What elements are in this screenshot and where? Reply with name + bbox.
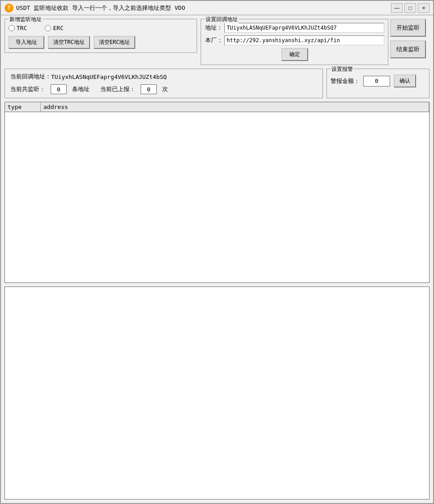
- current-callback-label: 当前回调地址：: [10, 73, 51, 81]
- monitor-buttons: 开始监听 结束监听: [390, 19, 426, 58]
- minimize-button[interactable]: —: [391, 3, 403, 13]
- current-callback-value: TUiyxhLASNqUEFaprg4V6VLKhJUZt4bSQ: [51, 74, 167, 80]
- trc-label: TRC: [17, 25, 27, 31]
- clear-trc-button[interactable]: 清空TRC地址: [48, 36, 90, 49]
- address-table: type address: [4, 102, 430, 283]
- log-area: [4, 287, 430, 500]
- address-button-row: 导入地址 清空TRC地址 清空ERC地址: [9, 36, 193, 49]
- callback-confirm-row: 确定: [205, 48, 384, 61]
- maximize-button[interactable]: □: [404, 3, 416, 13]
- alert-group: 设置报警 警报金额： 确认: [327, 69, 430, 98]
- callback-address-row: 地址：: [205, 23, 384, 33]
- status-group: 当前回调地址： TUiyxhLASNqUEFaprg4V6VLKhJUZt4bS…: [4, 69, 323, 98]
- table-header: type address: [5, 102, 429, 112]
- callback-confirm-button[interactable]: 确定: [281, 48, 308, 61]
- erc-label: ERC: [53, 25, 63, 31]
- callback-title: 设置回调地址: [205, 16, 239, 23]
- count-row: 当前共监听： 0 条地址 当前已上报： 0 次: [10, 84, 317, 94]
- address-input[interactable]: [224, 23, 384, 33]
- table-body: [5, 112, 429, 282]
- clear-erc-button[interactable]: 清空ERC地址: [94, 36, 136, 49]
- window-controls: — □ ×: [391, 3, 430, 13]
- col-type-header: type: [5, 102, 41, 112]
- callback-status-line: 当前回调地址： TUiyxhLASNqUEFaprg4V6VLKhJUZt4bS…: [10, 73, 317, 81]
- main-window: T USDT 监听地址收款 导入一行一个，导入之前选择地址类型 VDO — □ …: [0, 0, 434, 504]
- alert-confirm-button[interactable]: 确认: [394, 74, 416, 87]
- window-title: USDT 监听地址收款 导入一行一个，导入之前选择地址类型 VDO: [16, 4, 391, 12]
- col-address-header: address: [41, 102, 429, 112]
- app-icon: T: [4, 4, 13, 13]
- alert-inner: 警报金额： 确认: [331, 74, 425, 87]
- trc-radio-label[interactable]: TRC: [9, 25, 27, 31]
- monitoring-label: 当前共监听：: [10, 85, 45, 93]
- reported-unit: 次: [162, 85, 168, 93]
- callback-group: 设置回调地址 地址： 本厂： 确定: [201, 19, 388, 65]
- monitoring-count: 0: [51, 84, 67, 94]
- reported-count: 0: [141, 84, 157, 94]
- erc-radio[interactable]: [45, 25, 51, 31]
- reported-label: 当前已上报：: [100, 85, 135, 93]
- add-address-title: 新增监听地址: [9, 16, 43, 23]
- start-monitor-button[interactable]: 开始监听: [390, 19, 426, 37]
- trc-radio[interactable]: [9, 25, 15, 31]
- alert-amount-label: 警报金额：: [331, 77, 360, 85]
- callback-factory-row: 本厂：: [205, 35, 384, 45]
- factory-input[interactable]: [224, 35, 384, 45]
- erc-radio-label[interactable]: ERC: [45, 25, 63, 31]
- monitoring-unit: 条地址: [72, 85, 90, 93]
- alert-amount-input[interactable]: [363, 76, 390, 87]
- factory-label: 本厂：: [205, 36, 223, 44]
- alert-title: 设置报警: [331, 65, 354, 73]
- address-label: 地址：: [205, 24, 223, 32]
- stop-monitor-button[interactable]: 结束监听: [390, 40, 426, 58]
- import-address-button[interactable]: 导入地址: [9, 36, 44, 49]
- radio-row: TRC ERC: [9, 25, 193, 31]
- content-area: 新增监听地址 TRC ERC 导入地址 清空TRC地址 清空ERC地址: [1, 15, 433, 503]
- close-button[interactable]: ×: [418, 3, 430, 13]
- add-address-group: 新增监听地址 TRC ERC 导入地址 清空TRC地址 清空ERC地址: [4, 19, 197, 53]
- title-bar: T USDT 监听地址收款 导入一行一个，导入之前选择地址类型 VDO — □ …: [1, 1, 433, 15]
